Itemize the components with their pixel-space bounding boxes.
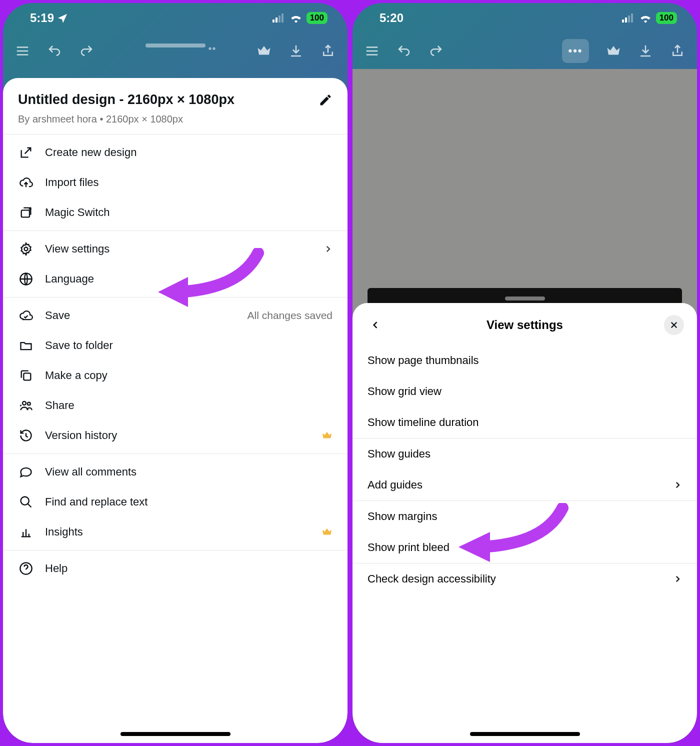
premium-crown-icon	[322, 526, 332, 538]
import-files-item[interactable]: Import files	[3, 168, 348, 198]
show-margins-item[interactable]: Show margins	[352, 501, 697, 532]
phone-right: 5:20 100 •••	[352, 3, 697, 743]
save-folder-item[interactable]: Save to folder	[3, 330, 348, 360]
cellular-icon	[622, 14, 635, 22]
editor-toolbar: •••	[352, 33, 697, 69]
cloud-upload-icon	[18, 176, 34, 190]
copy-icon	[18, 368, 34, 382]
language-item[interactable]: Language	[3, 264, 348, 294]
search-icon	[18, 495, 34, 509]
svg-point-9	[28, 402, 30, 406]
create-icon	[18, 146, 34, 160]
crown-icon[interactable]	[256, 44, 272, 58]
svg-rect-1	[276, 18, 278, 22]
home-indicator[interactable]	[470, 732, 580, 736]
comment-icon	[18, 465, 34, 479]
redo-icon[interactable]	[428, 44, 444, 58]
accessibility-item[interactable]: Check design accessibility	[352, 564, 697, 594]
wifi-icon	[290, 13, 302, 23]
battery-indicator: 100	[306, 12, 328, 24]
status-bar: 5:19 100	[3, 3, 348, 33]
cloud-check-icon	[18, 308, 34, 322]
sheet-grabber[interactable]: ••	[146, 44, 206, 48]
design-title: Untitled design - 2160px × 1080px	[18, 92, 310, 108]
edit-title-icon[interactable]	[318, 93, 332, 107]
find-replace-item[interactable]: Find and replace text	[3, 487, 348, 517]
insights-item[interactable]: Insights	[3, 517, 348, 547]
menu-icon[interactable]	[15, 44, 30, 58]
magic-switch-item[interactable]: Magic Switch	[3, 198, 348, 228]
back-button[interactable]	[366, 315, 386, 335]
magic-icon	[18, 206, 34, 220]
version-history-item[interactable]: Version history	[3, 420, 348, 450]
location-icon	[57, 12, 68, 24]
help-item[interactable]: Help	[3, 554, 348, 584]
share-item[interactable]: Share	[3, 390, 348, 420]
svg-rect-0	[272, 20, 274, 22]
comments-item[interactable]: View all comments	[3, 457, 348, 487]
wifi-icon	[639, 13, 652, 23]
show-thumbnails-item[interactable]: Show page thumbnails	[352, 345, 697, 376]
history-icon	[18, 428, 34, 442]
view-settings-sheet: View settings Show page thumbnails Show …	[352, 303, 697, 743]
svg-point-5	[24, 248, 28, 251]
chart-icon	[18, 525, 34, 539]
redo-icon[interactable]	[79, 44, 94, 58]
download-icon[interactable]	[638, 44, 653, 58]
svg-rect-7	[24, 373, 30, 380]
download-icon[interactable]	[288, 44, 304, 58]
people-icon	[18, 398, 34, 412]
svg-rect-2	[278, 16, 280, 22]
add-guides-item[interactable]: Add guides	[352, 470, 697, 500]
svg-rect-15	[631, 14, 633, 22]
make-copy-item[interactable]: Make a copy	[3, 360, 348, 390]
show-guides-item[interactable]: Show guides	[352, 438, 697, 470]
svg-rect-4	[22, 210, 30, 217]
status-bar: 5:20 100	[352, 3, 697, 33]
chevron-right-icon	[324, 244, 332, 254]
show-bleed-item[interactable]: Show print bleed	[352, 532, 697, 563]
save-item[interactable]: Save All changes saved	[3, 300, 348, 330]
crown-icon[interactable]	[606, 44, 621, 58]
create-new-design-item[interactable]: Create new design	[3, 138, 348, 168]
share-icon[interactable]	[670, 44, 685, 58]
editor-toolbar: ••	[3, 33, 348, 69]
show-timeline-item[interactable]: Show timeline duration	[352, 407, 697, 438]
close-button[interactable]	[664, 315, 684, 335]
undo-icon[interactable]	[396, 44, 412, 58]
status-time: 5:20	[380, 11, 404, 25]
help-icon	[18, 562, 34, 576]
svg-rect-14	[628, 16, 630, 22]
save-status: All changes saved	[248, 310, 332, 322]
sheet-title: View settings	[352, 318, 697, 332]
view-settings-item[interactable]: View settings	[3, 234, 348, 264]
premium-crown-icon	[322, 430, 332, 441]
svg-rect-12	[622, 20, 624, 22]
home-indicator[interactable]	[120, 732, 230, 736]
more-options-button[interactable]: •••	[562, 39, 589, 63]
svg-rect-3	[282, 14, 284, 22]
main-menu-sheet: Untitled design - 2160px × 1080px By ars…	[3, 78, 348, 743]
gear-icon	[18, 242, 34, 256]
menu-icon[interactable]	[364, 44, 380, 58]
svg-point-8	[22, 402, 26, 405]
undo-icon[interactable]	[47, 44, 62, 58]
cellular-icon	[272, 14, 286, 22]
chevron-right-icon	[673, 574, 682, 584]
show-grid-item[interactable]: Show grid view	[352, 376, 697, 407]
share-icon[interactable]	[320, 44, 336, 58]
status-time: 5:19	[30, 11, 54, 25]
chevron-right-icon	[673, 480, 682, 490]
battery-indicator: 100	[656, 12, 677, 24]
svg-rect-13	[625, 18, 627, 22]
phone-left: 5:19 100 ••	[3, 3, 348, 743]
folder-icon	[18, 338, 34, 352]
svg-point-10	[21, 497, 29, 505]
design-subtitle: By arshmeet hora • 2160px × 1080px	[18, 114, 332, 125]
globe-icon	[18, 272, 34, 286]
